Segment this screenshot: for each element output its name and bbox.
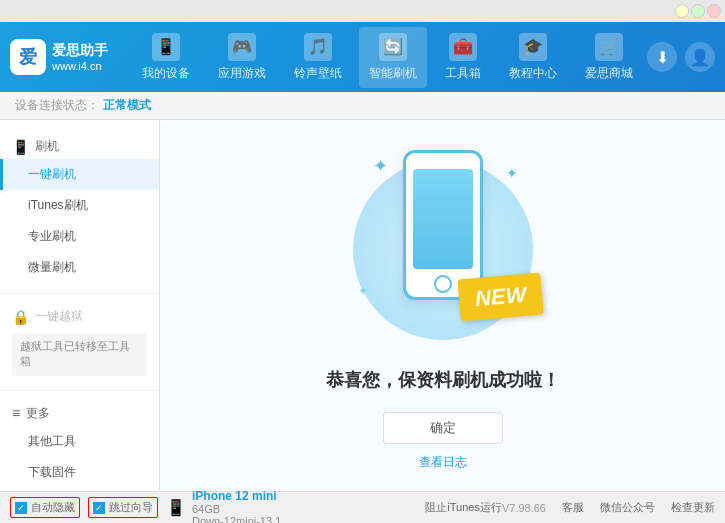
see-log-link[interactable]: 查看日志 xyxy=(419,454,467,471)
logo-text: 爱思助手 www.i4.cn xyxy=(52,41,108,73)
user-button[interactable]: 👤 xyxy=(685,42,715,72)
device-firmware: Down-12mini-13.1 xyxy=(192,515,281,524)
my-device-icon: 📱 xyxy=(152,33,180,61)
flash-section-label: 刷机 xyxy=(35,138,59,155)
more-section-icon: ≡ xyxy=(12,405,20,421)
smart-flash-icon: 🔄 xyxy=(379,33,407,61)
sidebar-item-itunes-flash[interactable]: iTunes刷机 xyxy=(0,190,159,221)
auto-hide-label: 自动隐藏 xyxy=(31,500,75,515)
nav-toolbox-label: 工具箱 xyxy=(445,65,481,82)
skip-guide-checkbox-item[interactable]: ✓ 跳过向导 xyxy=(88,497,158,518)
auto-hide-checkbox[interactable]: ✓ xyxy=(15,502,27,514)
nav-shop-label: 爱思商城 xyxy=(585,65,633,82)
version-text: V7.98.66 xyxy=(502,502,546,514)
auto-hide-checkbox-item[interactable]: ✓ 自动隐藏 xyxy=(10,497,80,518)
shop-icon: 🛒 xyxy=(595,33,623,61)
nav-items: 📱 我的设备 🎮 应用游戏 🎵 铃声壁纸 🔄 智能刷机 🧰 工具箱 🎓 教程中心… xyxy=(128,27,647,88)
bottom-right: V7.98.66 客服 微信公众号 检查更新 xyxy=(502,500,715,515)
sidebar-section-more-header[interactable]: ≡ 更多 xyxy=(0,401,159,426)
logo-icon: 爱 xyxy=(10,39,46,75)
status-value: 正常模式 xyxy=(103,97,151,114)
check-update-link[interactable]: 检查更新 xyxy=(671,500,715,515)
itunes-run-toggle[interactable]: 阻止iTunes运行 xyxy=(425,500,502,515)
jailbreak-label: 一键越狱 xyxy=(35,308,83,325)
sparkle-top-right: ✦ xyxy=(506,165,518,181)
sidebar-item-one-key-flash[interactable]: 一键刷机 xyxy=(0,159,159,190)
new-badge: NEW xyxy=(458,272,545,321)
nav-shop[interactable]: 🛒 爱思商城 xyxy=(575,27,643,88)
skip-guide-label: 跳过向导 xyxy=(109,500,153,515)
nav-tutorials[interactable]: 🎓 教程中心 xyxy=(499,27,567,88)
nav-smart-flash-label: 智能刷机 xyxy=(369,65,417,82)
bottom-left: ✓ 自动隐藏 ✓ 跳过向导 📱 iPhone 12 mini 64GB Down… xyxy=(10,489,425,524)
sidebar-item-pro-flash[interactable]: 专业刷机 xyxy=(0,221,159,252)
app-url: www.i4.cn xyxy=(52,59,108,73)
download-button[interactable]: ⬇ xyxy=(647,42,677,72)
tutorials-icon: 🎓 xyxy=(519,33,547,61)
sidebar-item-other-tools[interactable]: 其他工具 xyxy=(0,426,159,457)
nav-apps-games[interactable]: 🎮 应用游戏 xyxy=(208,27,276,88)
lock-icon: 🔒 xyxy=(12,309,29,325)
jailbreak-notice: 越狱工具已转移至工具箱 xyxy=(12,333,147,376)
nav-my-device-label: 我的设备 xyxy=(142,65,190,82)
more-section-label: 更多 xyxy=(26,405,50,422)
device-name: iPhone 12 mini xyxy=(192,489,281,503)
close-button[interactable] xyxy=(707,4,721,18)
nav-smart-flash[interactable]: 🔄 智能刷机 xyxy=(359,27,427,88)
sidebar-jailbreak-header[interactable]: 🔒 一键越狱 xyxy=(0,304,159,329)
sparkle-top-left: ✦ xyxy=(373,155,388,177)
sparkle-bottom-left: ✦ xyxy=(358,284,368,298)
nav-apps-games-label: 应用游戏 xyxy=(218,65,266,82)
nav-toolbox[interactable]: 🧰 工具箱 xyxy=(435,27,491,88)
header: 爱 爱思助手 www.i4.cn 📱 我的设备 🎮 应用游戏 🎵 铃声壁纸 🔄 … xyxy=(0,22,725,92)
sidebar-section-flash-header[interactable]: 📱 刷机 xyxy=(0,134,159,159)
customer-service-link[interactable]: 客服 xyxy=(562,500,584,515)
nav-ringtones[interactable]: 🎵 铃声壁纸 xyxy=(284,27,352,88)
nav-ringtones-label: 铃声壁纸 xyxy=(294,65,342,82)
nav-tutorials-label: 教程中心 xyxy=(509,65,557,82)
content-area: ✦ ✦ ✦ NEW 恭喜您，保资料刷机成功啦！ 确定 查看日志 xyxy=(160,120,725,491)
device-details: iPhone 12 mini 64GB Down-12mini-13.1 xyxy=(192,489,281,524)
flash-section-icon: 📱 xyxy=(12,139,29,155)
header-right: ⬇ 👤 xyxy=(647,42,715,72)
maximize-button[interactable] xyxy=(691,4,705,18)
wechat-public-link[interactable]: 微信公众号 xyxy=(600,500,655,515)
apps-games-icon: 🎮 xyxy=(228,33,256,61)
sidebar-divider-1 xyxy=(0,293,159,294)
phone-screen xyxy=(413,169,473,269)
sidebar-section-more: ≡ 更多 其他工具 下载固件 高级功能 xyxy=(0,395,159,491)
bottom-bar: ✓ 自动隐藏 ✓ 跳过向导 📱 iPhone 12 mini 64GB Down… xyxy=(0,491,725,523)
title-bar xyxy=(0,0,725,22)
logo[interactable]: 爱 爱思助手 www.i4.cn xyxy=(10,39,108,75)
skip-guide-checkbox[interactable]: ✓ xyxy=(93,502,105,514)
sidebar-item-micro-flash[interactable]: 微量刷机 xyxy=(0,252,159,283)
sidebar-divider-2 xyxy=(0,390,159,391)
device-icon: 📱 xyxy=(166,498,186,517)
device-capacity: 64GB xyxy=(192,503,281,515)
minimize-button[interactable] xyxy=(675,4,689,18)
nav-my-device[interactable]: 📱 我的设备 xyxy=(132,27,200,88)
confirm-button[interactable]: 确定 xyxy=(383,412,503,444)
sidebar-section-jailbreak: 🔒 一键越狱 越狱工具已转移至工具箱 xyxy=(0,298,159,386)
sidebar-section-flash: 📱 刷机 一键刷机 iTunes刷机 专业刷机 微量刷机 xyxy=(0,128,159,289)
toolbox-icon: 🧰 xyxy=(449,33,477,61)
ringtones-icon: 🎵 xyxy=(304,33,332,61)
sidebar-item-download-firmware[interactable]: 下载固件 xyxy=(0,457,159,488)
success-text: 恭喜您，保资料刷机成功啦！ xyxy=(326,368,560,392)
main-area: 📱 刷机 一键刷机 iTunes刷机 专业刷机 微量刷机 🔒 一键越狱 xyxy=(0,120,725,491)
sidebar: 📱 刷机 一键刷机 iTunes刷机 专业刷机 微量刷机 🔒 一键越狱 xyxy=(0,120,160,491)
app-name: 爱思助手 xyxy=(52,41,108,59)
device-info: 📱 iPhone 12 mini 64GB Down-12mini-13.1 xyxy=(166,489,425,524)
status-bar: 设备连接状态： 正常模式 xyxy=(0,92,725,120)
success-illustration: ✦ ✦ ✦ NEW xyxy=(343,140,543,348)
status-label: 设备连接状态： xyxy=(15,97,99,114)
